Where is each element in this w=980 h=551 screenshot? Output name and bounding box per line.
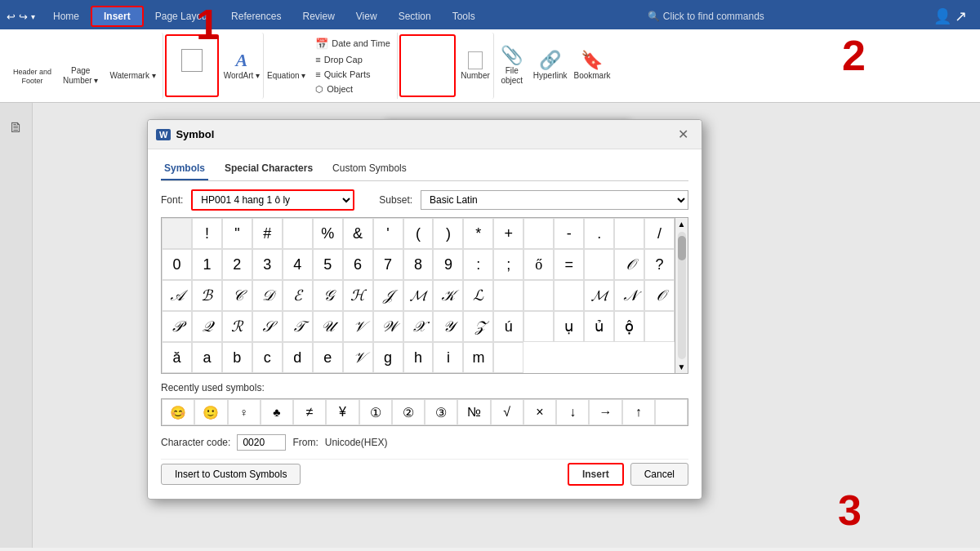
sym-cell[interactable]: 7 — [373, 249, 403, 280]
tab-view[interactable]: View — [346, 6, 387, 27]
sym-cell[interactable]: = — [554, 249, 584, 280]
watermark-button[interactable]: ⊞ Watermark ▾ — [103, 33, 163, 99]
sym-cell[interactable]: ủ — [584, 311, 614, 342]
file-object-button[interactable]: 📎 Fileobject — [494, 33, 530, 99]
sym-cell[interactable]: 𝒪 — [614, 249, 644, 280]
sym-cell[interactable] — [523, 218, 554, 249]
sym-cell[interactable]: ă — [162, 342, 192, 373]
rec-cell[interactable]: √ — [491, 399, 523, 425]
sym-cell[interactable]: ' — [373, 218, 403, 249]
sym-cell[interactable] — [283, 218, 313, 249]
rec-cell[interactable]: ② — [392, 399, 425, 425]
sym-cell[interactable]: 𝒞 — [222, 280, 252, 311]
sym-cell[interactable]: ℬ — [192, 280, 222, 311]
sym-cell[interactable]: # — [252, 218, 283, 249]
rec-cell[interactable]: ↑ — [622, 399, 655, 425]
sym-cell[interactable]: 𝒲 — [373, 311, 403, 342]
sym-cell[interactable]: 𝒩 — [614, 280, 644, 311]
sym-cell[interactable]: " — [222, 218, 252, 249]
sym-cell[interactable]: 2 — [222, 249, 252, 280]
symbol-scrollbar[interactable]: ▲ ▼ — [675, 218, 688, 373]
sym-cell[interactable]: 𝒪 — [644, 280, 675, 311]
sym-cell[interactable]: e — [313, 342, 343, 373]
sym-cell[interactable]: i — [433, 342, 463, 373]
sym-cell[interactable]: ộ — [614, 311, 644, 342]
rec-cell[interactable]: ¥ — [326, 399, 359, 425]
scroll-thumb[interactable] — [678, 236, 686, 260]
sym-cell[interactable]: 𝒫 — [162, 311, 192, 342]
cancel-button[interactable]: Cancel — [630, 463, 688, 486]
sym-cell[interactable]: 𝒟 — [252, 280, 283, 311]
sym-cell[interactable]: 𝒮 — [252, 311, 283, 342]
sym-cell[interactable] — [584, 249, 614, 280]
tab-references[interactable]: References — [221, 6, 291, 27]
sym-cell[interactable] — [493, 280, 523, 311]
subset-select[interactable]: Basic Latin — [421, 190, 688, 210]
sym-cell[interactable]: b — [222, 342, 252, 373]
rec-cell[interactable]: × — [523, 399, 556, 425]
tab-review[interactable]: Review — [292, 6, 344, 27]
sym-cell[interactable]: 𝒵 — [463, 311, 493, 342]
rec-cell[interactable]: № — [457, 399, 490, 425]
tab-home[interactable]: Home — [43, 6, 89, 27]
sym-cell[interactable]: 5 — [313, 249, 343, 280]
tab-insert[interactable]: Insert — [91, 6, 144, 27]
dialog-tab-special-chars[interactable]: Special Characters — [221, 159, 316, 180]
sym-cell[interactable] — [614, 218, 644, 249]
sym-cell[interactable]: ℋ — [343, 280, 373, 311]
redo-icon[interactable]: ↪ — [19, 11, 28, 23]
sym-cell[interactable]: 𝓜 — [584, 280, 614, 311]
sym-cell[interactable]: 𝒰 — [313, 311, 343, 342]
sym-cell[interactable]: * — [463, 218, 493, 249]
sym-cell[interactable] — [554, 280, 584, 311]
sym-cell[interactable]: ụ — [554, 311, 584, 342]
rec-cell[interactable]: ♣ — [261, 399, 293, 425]
rec-cell[interactable]: 😊 — [162, 399, 194, 425]
sym-cell[interactable]: ) — [433, 218, 463, 249]
search-box[interactable]: 🔍 Click to find commands — [487, 7, 925, 25]
sym-cell[interactable]: ℒ — [463, 280, 493, 311]
scroll-down-button[interactable]: ▼ — [676, 361, 688, 373]
quick-access-icon[interactable]: ▾ — [31, 12, 35, 21]
sym-cell[interactable]: ő — [523, 249, 554, 280]
equation-button[interactable]: π Equation ▾ — [264, 33, 309, 99]
sym-cell[interactable]: 𝓜 — [403, 280, 434, 311]
rec-cell[interactable]: 🙂 — [194, 399, 227, 425]
drop-cap-button[interactable]: ≡ Drop Cap — [312, 53, 394, 66]
bookmark-button[interactable]: 🔖 Bookmark — [570, 33, 613, 99]
sym-cell[interactable]: ℰ — [283, 280, 313, 311]
sym-cell[interactable]: / — [644, 218, 675, 249]
number-button[interactable]: # Number — [457, 33, 494, 99]
header-footer-button[interactable]: 🗎 Header andFooter — [7, 33, 58, 99]
sym-cell[interactable]: ! — [192, 218, 222, 249]
sym-cell[interactable] — [644, 311, 675, 342]
rec-cell[interactable]: ≠ — [293, 399, 326, 425]
text-box-button[interactable]: A Text Box — [165, 34, 219, 97]
dialog-close-button[interactable]: ✕ — [673, 125, 693, 144]
sym-cell[interactable]: 8 — [403, 249, 434, 280]
charcode-input[interactable] — [237, 434, 286, 451]
share-icon[interactable]: ↗ — [955, 7, 967, 25]
sym-cell[interactable]: 1 — [192, 249, 222, 280]
sym-cell[interactable]: g — [373, 342, 403, 373]
object-button[interactable]: ⬡ Object — [312, 82, 394, 96]
tab-section[interactable]: Section — [389, 6, 441, 27]
sym-cell[interactable]: 6 — [343, 249, 373, 280]
sym-cell[interactable]: 4 — [283, 249, 313, 280]
sym-cell[interactable]: + — [493, 218, 523, 249]
sym-cell[interactable]: ; — [493, 249, 523, 280]
sym-cell[interactable]: ( — [403, 218, 434, 249]
sym-cell[interactable]: - — [554, 218, 584, 249]
sym-cell[interactable]: c — [252, 342, 283, 373]
tab-tools[interactable]: Tools — [443, 6, 485, 27]
sym-cell[interactable]: 𝒥 — [373, 280, 403, 311]
insert-button[interactable]: Insert — [568, 463, 624, 486]
sym-cell[interactable]: 𝒯 — [283, 311, 313, 342]
sym-cell[interactable]: 𝒱 — [343, 342, 373, 373]
sym-cell[interactable]: 3 — [252, 249, 283, 280]
sym-cell[interactable]: ú — [493, 311, 523, 342]
dialog-tab-custom-symbols[interactable]: Custom Symbols — [329, 159, 410, 180]
sym-cell[interactable]: 𝒬 — [192, 311, 222, 342]
insert-custom-button[interactable]: Insert to Custom Symbols — [161, 464, 301, 485]
sym-cell[interactable]: d — [283, 342, 313, 373]
